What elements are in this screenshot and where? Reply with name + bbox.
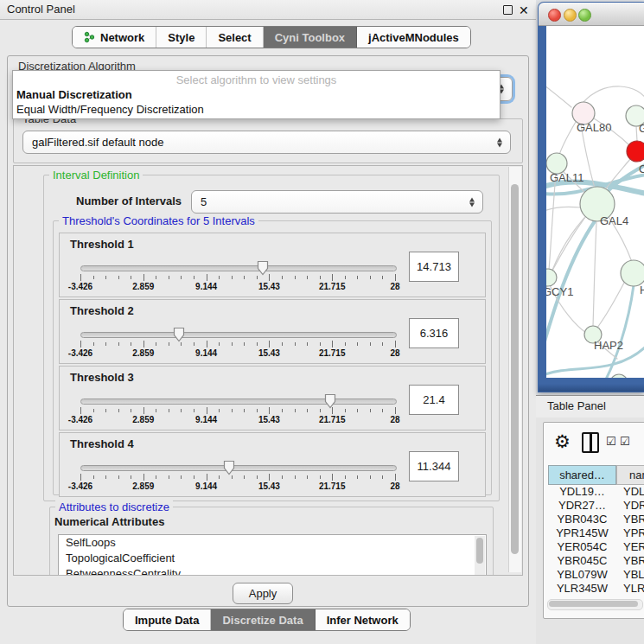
table-row[interactable]: YDL19…YDL1 [548,485,644,499]
network-edge[interactable] [558,122,576,157]
cell-shared-name[interactable]: YER054C [548,540,616,554]
node-label: HAP2 [594,339,623,352]
cell-shared-name[interactable]: YLR345W [548,582,616,596]
threshold-slider[interactable] [80,265,397,271]
attribute-item[interactable]: SelfLoops [59,535,486,551]
network-edge[interactable] [549,174,556,270]
threshold-value-field[interactable]: 11.344 [409,451,459,481]
column-header-name[interactable]: name [616,465,644,485]
tab-network[interactable]: Network [73,27,156,48]
tick-mark [357,342,358,346]
attribute-item[interactable]: TopologicalCoefficient [59,551,486,566]
thresholds-list: Threshold 1 -3.4262.8599.14415.4321.7152… [59,233,486,497]
threshold-slider[interactable] [80,399,397,405]
tick-mark [105,276,106,279]
number-of-intervals-combobox[interactable]: 5 [191,190,483,214]
network-node[interactable] [546,269,557,286]
threshold-value-field[interactable]: 6.316 [409,318,459,348]
cell-name[interactable]: YIL0 [616,596,644,597]
cell-name[interactable]: YDR2 [616,499,644,513]
threshold-slider[interactable] [80,332,397,338]
network-icon [84,31,95,43]
right-side: GAL80GACGAL11GAL4GCY1HHAP2 Table Panel ⚙… [536,0,644,644]
dropdown-option[interactable]: Manual Discretization [13,87,500,102]
threshold-value-field[interactable]: 21.4 [409,385,459,415]
dropdown-option[interactable]: Equal Width/Frequency Discretization [13,102,500,117]
table-row[interactable]: YBR043CYBR0 [548,513,644,526]
threshold-value-field[interactable]: 14.713 [409,252,459,282]
float-panel-icon[interactable] [503,5,513,15]
network-node[interactable] [610,374,628,378]
settings-gear-icon[interactable]: ⚙ [554,431,571,452]
tab-style[interactable]: Style [156,27,207,48]
tab-infer-network[interactable]: Infer Network [316,609,410,630]
table-row[interactable]: YPR145WYPR1 [548,526,644,540]
cell-name[interactable]: YBL0 [616,568,644,582]
cell-shared-name[interactable]: YBL079W [548,568,616,582]
cell-name[interactable]: YER0 [616,540,644,554]
slider-ticks [80,341,395,348]
table-panel: ⚙ ☑ ☑ shared… name YDL19…YDL1YDR27…YDR2Y… [536,418,644,644]
cell-shared-name[interactable]: YPR145W [548,526,616,540]
threshold-slider[interactable] [80,465,397,471]
table-row[interactable]: YBR045CYBR0 [548,554,644,568]
tab-cyni-toolbox[interactable]: Cyni Toolbox [264,27,357,48]
tab-select[interactable]: Select [207,27,263,48]
cell-shared-name[interactable]: YDR27… [548,499,616,513]
cell-shared-name[interactable]: YDL19… [548,485,616,499]
cell-shared-name[interactable]: YBR043C [548,513,616,526]
cell-name[interactable]: YLR3 [616,582,644,596]
numerical-attributes-list: SelfLoopsTopologicalCoefficientBetweenne… [58,534,487,576]
cell-name[interactable]: YBR0 [616,554,644,568]
cell-name[interactable]: YDL1 [616,485,644,499]
network-edge[interactable] [636,126,637,141]
network-edge[interactable] [546,83,571,107]
scrollbar-thumb[interactable] [549,601,638,607]
table-data-combobox[interactable]: galFiltered.sif default node [22,131,511,154]
column-layout-icon[interactable] [582,432,599,453]
network-edge[interactable] [583,86,644,102]
network-edge[interactable] [593,222,596,326]
tick-mark [295,409,296,412]
network-edge[interactable] [597,283,624,328]
tick-label: 28 [390,348,399,358]
tick-mark [181,276,182,279]
tick-mark [244,409,245,412]
apply-button[interactable]: Apply [233,583,293,604]
tab-jactivemnodules[interactable]: jActiveMNodules [357,27,470,48]
tick-mark [143,474,144,481]
network-node[interactable] [627,141,644,162]
close-window-icon[interactable] [548,9,561,22]
select-checkbox-icon[interactable]: ☑ [620,435,630,448]
node-label: GAL11 [550,171,584,184]
vertical-scrollbar[interactable] [508,167,521,572]
tab-impute-data[interactable]: Impute Data [124,609,211,630]
tab-discretize-data[interactable]: Discretize Data [211,609,315,630]
attributes-group: Attributes to discretize Numerical Attri… [49,507,494,576]
network-node[interactable] [621,260,644,286]
list-scrollbar[interactable] [475,536,485,576]
cell-shared-name[interactable]: YIL052C [548,596,616,597]
select-checkbox-icon[interactable]: ☑ [606,435,616,448]
column-header-shared-name[interactable]: shared… [548,465,616,485]
zoom-window-icon[interactable] [578,9,591,22]
table-row[interactable]: YER054CYER0 [548,540,644,554]
table-row[interactable]: YLR345WYLR3 [548,582,644,596]
horizontal-scrollbar[interactable] [547,599,643,610]
attribute-item[interactable]: BetweennessCentrality [59,566,486,576]
close-panel-icon[interactable]: ✕ [519,1,529,20]
minimize-window-icon[interactable] [564,9,577,22]
tick-label: 21.715 [319,415,346,424]
table-row[interactable]: YDR27…YDR2 [548,499,644,513]
network-edge[interactable] [546,207,581,213]
table-row[interactable]: YBL079WYBL0 [548,568,644,582]
table-panel-title: Table Panel [547,396,606,417]
tick-mark [395,474,396,481]
network-canvas[interactable]: GAL80GACGAL11GAL4GCY1HHAP2 [546,26,644,378]
cell-name[interactable]: YBR0 [616,513,644,526]
cell-shared-name[interactable]: YBR045C [548,554,616,568]
scrollbar-thumb[interactable] [511,184,519,554]
scrollbar-thumb[interactable] [476,538,483,564]
table-row[interactable]: YIL052CYIL0 [548,596,644,597]
cell-name[interactable]: YPR1 [616,526,644,540]
